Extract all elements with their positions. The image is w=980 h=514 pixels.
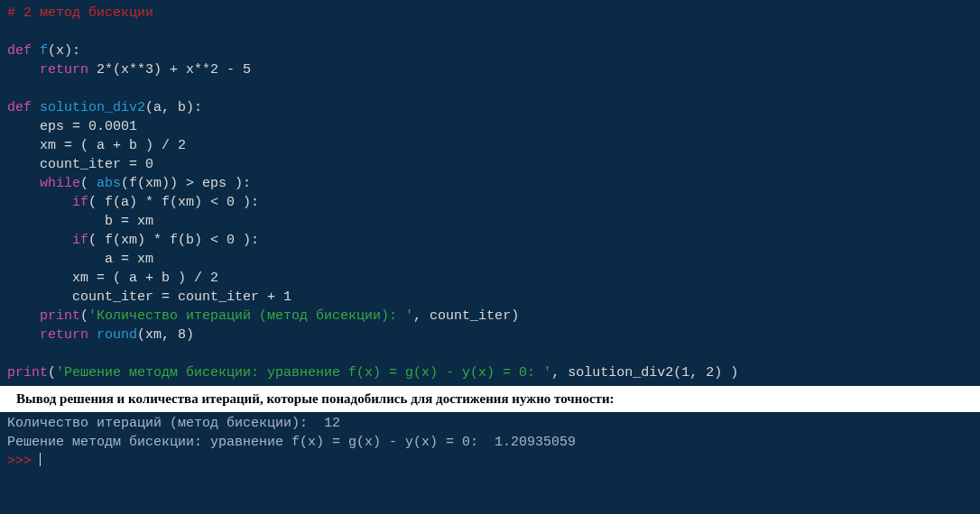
code-line: xm = ( a + b ) / 2	[7, 271, 218, 286]
function-name-solution-div2: solution_div2	[40, 100, 145, 115]
if-cond: ( f(a) * f(xm) < 0 ):	[88, 195, 259, 210]
print-tail: , solution_div2(1, 2) )	[551, 365, 738, 381]
console-output: Количество итераций (метод бисекции): 12…	[0, 412, 980, 473]
repl-prompt[interactable]: >>>	[7, 454, 40, 469]
builtin-print: print	[7, 365, 48, 381]
code-comment: # 2 метод бисекции	[7, 5, 153, 21]
keyword-if: if	[72, 195, 88, 210]
while-open: (	[80, 176, 97, 191]
builtin-round: round	[97, 327, 137, 343]
code-line: count_iter = count_iter + 1	[7, 289, 291, 305]
code-line: a = xm	[7, 252, 153, 267]
output-line-2: Решение методм бисекции: уравнение f(x) …	[7, 435, 576, 450]
while-cond: (f(xm)) > eps ):	[121, 176, 251, 191]
string-literal: 'Количество итераций (метод бисекции): '	[88, 308, 413, 324]
print-tail: , count_iter)	[413, 308, 519, 324]
if-cond: ( f(xm) * f(b) < 0 ):	[88, 233, 259, 248]
builtin-abs: abs	[97, 176, 121, 191]
text-cursor	[40, 453, 41, 466]
keyword-def: def	[7, 100, 32, 115]
function-args: (a, b):	[145, 100, 202, 115]
code-line: eps = 0.0001	[7, 119, 137, 134]
return-args: (xm, 8)	[137, 327, 194, 343]
keyword-def: def	[7, 43, 32, 59]
code-line: count_iter = 0	[7, 157, 153, 172]
keyword-return: return	[40, 327, 88, 343]
keyword-return: return	[40, 62, 88, 78]
string-literal: 'Решение методм бисекции: уравнение f(x)…	[56, 365, 551, 381]
function-body: 2*(x**3) + x**2 - 5	[97, 62, 251, 78]
output-line-1: Количество итераций (метод бисекции): 12	[7, 416, 340, 431]
code-line: xm = ( a + b ) / 2	[7, 138, 186, 153]
python-source-code: # 2 метод бисекции def f(x): return 2*(x…	[0, 0, 980, 386]
builtin-print: print	[40, 308, 80, 324]
code-line: b = xm	[7, 214, 153, 229]
output-caption: Вывод решения и количества итераций, кот…	[0, 386, 980, 412]
function-args: (x):	[48, 43, 80, 59]
keyword-while: while	[40, 176, 80, 191]
function-name-f: f	[40, 43, 48, 59]
keyword-if: if	[72, 233, 88, 248]
